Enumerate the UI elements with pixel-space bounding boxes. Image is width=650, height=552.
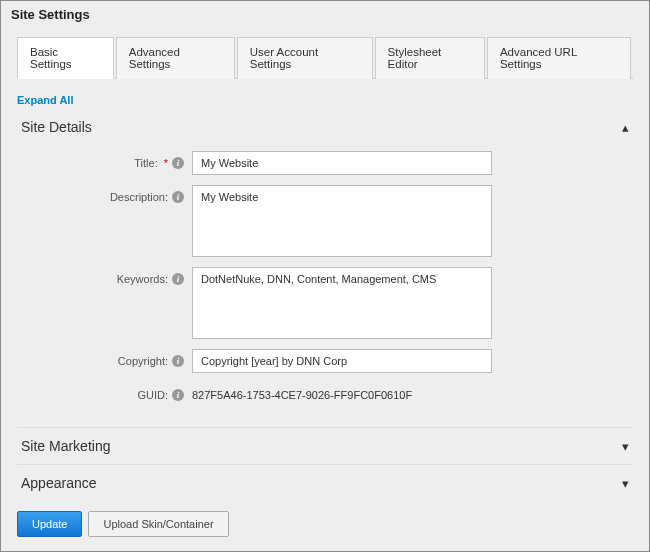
section-site-marketing-header[interactable]: Site Marketing ▾ xyxy=(17,427,633,464)
title-input[interactable] xyxy=(192,151,492,175)
chevron-down-icon: ▾ xyxy=(622,439,629,454)
label-description: Description: i xyxy=(17,185,192,203)
tab-bar: Basic Settings Advanced Settings User Ac… xyxy=(17,36,633,79)
update-button[interactable]: Update xyxy=(17,511,82,537)
content-area: Basic Settings Advanced Settings User Ac… xyxy=(1,28,649,551)
chevron-down-icon: ▾ xyxy=(622,476,629,491)
tab-advanced-url-settings[interactable]: Advanced URL Settings xyxy=(487,37,631,79)
info-icon[interactable]: i xyxy=(172,191,184,203)
label-copyright: Copyright: i xyxy=(17,349,192,367)
label-guid-text: GUID: xyxy=(137,389,168,401)
page-title: Site Settings xyxy=(1,1,649,28)
section-title: Site Marketing xyxy=(21,438,110,454)
keywords-textarea[interactable] xyxy=(192,267,492,339)
expand-all-container: Expand All xyxy=(17,93,633,107)
label-title-text: Title: xyxy=(134,157,157,169)
guid-value: 827F5A46-1753-4CE7-9026-FF9FC0F0610F xyxy=(192,383,412,401)
tab-basic-settings[interactable]: Basic Settings xyxy=(17,37,114,79)
label-copyright-text: Copyright: xyxy=(118,355,168,367)
info-icon[interactable]: i xyxy=(172,355,184,367)
row-description: Description: i xyxy=(17,185,633,257)
footer-buttons: Update Upload Skin/Container xyxy=(17,505,633,537)
info-icon[interactable]: i xyxy=(172,157,184,169)
section-title: Appearance xyxy=(21,475,97,491)
info-icon[interactable]: i xyxy=(172,273,184,285)
tab-user-account-settings[interactable]: User Account Settings xyxy=(237,37,373,79)
row-title: Title: * i xyxy=(17,151,633,175)
section-title: Site Details xyxy=(21,119,92,135)
settings-window: Site Settings Basic Settings Advanced Se… xyxy=(0,0,650,552)
section-site-details-header[interactable]: Site Details ▴ xyxy=(17,115,633,145)
site-details-form: Title: * i Description: i Keywords: i xyxy=(17,145,633,427)
chevron-up-icon: ▴ xyxy=(622,120,629,135)
row-copyright: Copyright: i xyxy=(17,349,633,373)
label-keywords-text: Keywords: xyxy=(117,273,168,285)
info-icon[interactable]: i xyxy=(172,389,184,401)
expand-all-link[interactable]: Expand All xyxy=(17,94,73,106)
label-description-text: Description: xyxy=(110,191,168,203)
copyright-input[interactable] xyxy=(192,349,492,373)
required-marker: * xyxy=(164,157,168,169)
row-guid: GUID: i 827F5A46-1753-4CE7-9026-FF9FC0F0… xyxy=(17,383,633,401)
label-keywords: Keywords: i xyxy=(17,267,192,285)
label-guid: GUID: i xyxy=(17,383,192,401)
tab-stylesheet-editor[interactable]: Stylesheet Editor xyxy=(375,37,485,79)
description-textarea[interactable] xyxy=(192,185,492,257)
label-title: Title: * i xyxy=(17,151,192,169)
tab-advanced-settings[interactable]: Advanced Settings xyxy=(116,37,235,79)
section-appearance-header[interactable]: Appearance ▾ xyxy=(17,464,633,501)
upload-skin-button[interactable]: Upload Skin/Container xyxy=(88,511,228,537)
row-keywords: Keywords: i xyxy=(17,267,633,339)
